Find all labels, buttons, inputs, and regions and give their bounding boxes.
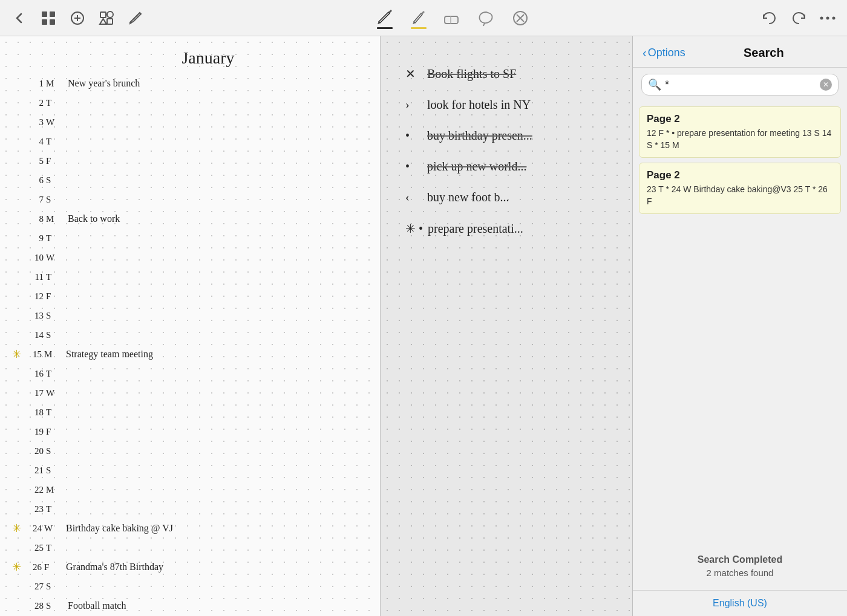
- day-letter: T: [46, 233, 58, 244]
- day-number: 1: [25, 79, 44, 89]
- result-page-label: Page 2: [647, 169, 833, 181]
- calendar-row: 2T: [0, 93, 380, 112]
- circle-x-tool[interactable]: [511, 8, 530, 28]
- right-page-content: ✕Book flights to SF›look for hotels in N…: [405, 66, 617, 253]
- hw-line: ✕Book flights to SF: [405, 66, 617, 81]
- day-letter: S: [46, 175, 58, 186]
- hw-text: Book flights to SF: [427, 67, 516, 81]
- day-letter: M: [46, 214, 58, 224]
- day-event: Back to work: [68, 213, 120, 224]
- day-letter: T: [46, 98, 58, 108]
- svg-line-13: [483, 23, 485, 26]
- day-letter: S: [46, 195, 58, 205]
- day-event: Strategy team meeting: [66, 349, 153, 360]
- calendar-rows: 1MNew year's brunch2T3W4T5F6S7S8MBack to…: [0, 74, 380, 616]
- search-clear-button[interactable]: ✕: [820, 79, 832, 91]
- day-letter: S: [46, 465, 58, 476]
- hw-prefix: ✕: [405, 66, 422, 81]
- result-page-label: Page 2: [647, 113, 833, 125]
- search-results-list: Page 212 F * • prepare presentation for …: [633, 102, 847, 542]
- day-letter: F: [44, 562, 56, 572]
- calendar-row: 27S: [0, 577, 380, 596]
- day-number: 11: [25, 272, 44, 282]
- day-number: 27: [25, 582, 44, 592]
- language-button[interactable]: English (US): [713, 598, 767, 608]
- day-letter: M: [46, 79, 58, 89]
- day-number: 24: [24, 524, 42, 534]
- day-number: 17: [25, 388, 44, 398]
- main-area: January 1MNew year's brunch2T3W4T5F6S7S8…: [0, 36, 847, 616]
- search-input-row: 🔍 ✕: [633, 68, 847, 102]
- eraser-tool[interactable]: [443, 8, 462, 28]
- grid-icon[interactable]: [39, 8, 58, 28]
- more-options-icon[interactable]: [818, 8, 837, 28]
- day-number: 15: [24, 349, 42, 360]
- add-page-icon[interactable]: [68, 8, 87, 28]
- search-input-wrap: 🔍 ✕: [641, 74, 839, 96]
- options-button[interactable]: ‹ Options: [643, 46, 685, 60]
- search-completed-section: Search Completed 2 matches found: [633, 542, 847, 590]
- search-header: ‹ Options Search: [633, 36, 847, 68]
- lasso-tool[interactable]: [477, 8, 496, 28]
- search-completed-subtitle: 2 matches found: [645, 568, 835, 578]
- search-result-item[interactable]: Page 212 F * • prepare presentation for …: [639, 106, 841, 158]
- day-letter: W: [44, 524, 56, 534]
- redo-icon[interactable]: [789, 8, 808, 28]
- day-letter: S: [46, 330, 58, 340]
- day-number: 6: [25, 175, 44, 186]
- star-marker: ✳: [12, 560, 21, 574]
- day-letter: M: [44, 349, 56, 360]
- undo-icon[interactable]: [760, 8, 779, 28]
- svg-point-8: [107, 11, 113, 18]
- day-number: 9: [25, 233, 44, 244]
- day-letter: T: [46, 543, 58, 553]
- highlighter-tool[interactable]: [409, 7, 428, 29]
- result-text-preview: 12 F * • prepare presentation for meetin…: [647, 128, 833, 151]
- options-label: Options: [648, 47, 685, 59]
- edit-icon[interactable]: [126, 8, 145, 28]
- calendar-row: 12F: [0, 287, 380, 306]
- hw-text: prepare presentati...: [428, 222, 523, 236]
- calendar-row: 7S: [0, 190, 380, 209]
- calendar-row: 25T: [0, 538, 380, 557]
- search-footer: English (US): [633, 590, 847, 616]
- calendar-row: 16T: [0, 364, 380, 383]
- day-letter: T: [46, 272, 58, 282]
- day-number: 3: [25, 117, 44, 128]
- hw-text: pick up new world...: [427, 160, 526, 173]
- toolbar: [0, 0, 847, 36]
- day-number: 5: [25, 156, 44, 166]
- day-number: 20: [25, 446, 44, 456]
- pen-tool[interactable]: [375, 7, 394, 29]
- search-result-item[interactable]: Page 223 T * 24 W Birthday cake baking@V…: [639, 163, 841, 214]
- toolbar-center: [157, 7, 748, 29]
- day-number: 22: [25, 485, 44, 495]
- day-letter: M: [46, 485, 58, 495]
- shapes-icon[interactable]: [97, 8, 116, 28]
- day-letter: S: [46, 446, 58, 456]
- day-letter: F: [46, 156, 58, 166]
- calendar-row: 11T: [0, 267, 380, 287]
- svg-rect-3: [50, 19, 55, 25]
- calendar-row: 19F: [0, 422, 380, 441]
- day-letter: T: [46, 407, 58, 418]
- hw-prefix: •: [405, 160, 422, 173]
- hw-prefix: ›: [405, 98, 422, 112]
- day-letter: T: [46, 137, 58, 147]
- toolbar-left: [10, 8, 145, 28]
- day-number: 26: [24, 562, 42, 572]
- back-icon[interactable]: [10, 8, 29, 28]
- day-letter: W: [46, 253, 58, 263]
- calendar-row: 6S: [0, 170, 380, 190]
- calendar-row: 9T: [0, 229, 380, 248]
- svg-point-17: [820, 16, 823, 19]
- calendar-row: 21S: [0, 461, 380, 480]
- calendar-row: 18T: [0, 403, 380, 422]
- day-letter: S: [46, 601, 58, 611]
- search-input[interactable]: [665, 79, 816, 91]
- svg-rect-0: [42, 11, 47, 17]
- calendar-row: ✳15MStrategy team meeting: [0, 345, 380, 364]
- day-number: 28: [25, 601, 44, 611]
- hw-prefix: •: [405, 129, 422, 143]
- svg-point-18: [826, 16, 829, 19]
